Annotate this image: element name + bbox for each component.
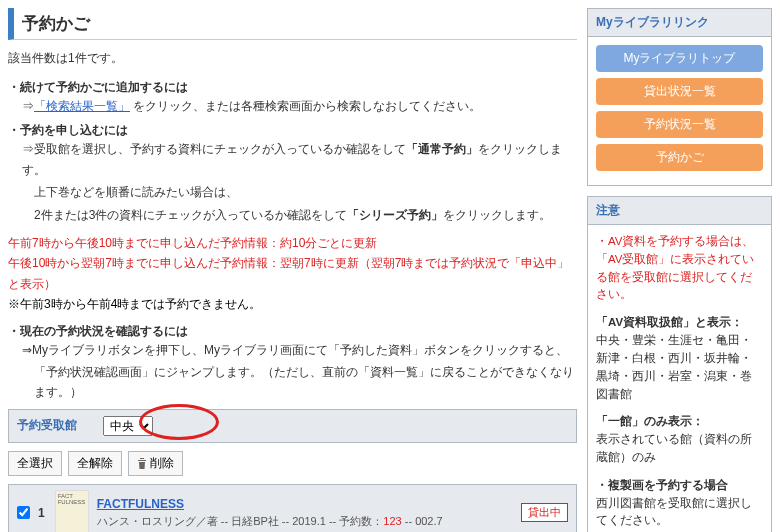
section-head: ・現在の予約状況を確認するには [8,323,577,340]
section-line: 受取館を選択し、予約する資料にチェックが入っているか確認をして「通常予約」をクリ… [8,139,577,180]
trash-icon [137,458,147,469]
text: をクリックします。 [443,208,551,222]
bold-text: 「通常予約」 [406,142,478,156]
mylibrary-links-panel: Myライブラリリンク Myライブラリトップ 貸出状況一覧 予約状況一覧 予約かご [587,8,772,186]
notice-reproduction: ・複製画を予約する場合西川図書館を受取館に選択してください。 [596,477,763,530]
text: -- 002.7 [402,515,443,527]
text: 西川図書館を受取館に選択してください。 [596,497,752,527]
notice-av-libs: 「AV資料取扱館」と表示：中央・豊栄・生涯セ・亀田・新津・白根・西川・坂井輪・黒… [596,314,763,403]
text: ハンス・ロスリング／著 -- 日経BP社 -- 2019.1 -- 予約数： [97,515,384,527]
text: 表示されている館（資料の所蔵館）のみ [596,433,752,463]
loan-status-link[interactable]: 貸出状況一覧 [596,78,763,105]
notice-head: 「AV資料取扱館」と表示： [596,316,743,328]
section-head: ・予約を申し込むには [8,122,577,139]
text: ※午前3時から午前4時までは予約できません。 [8,294,577,314]
mylibrary-top-link[interactable]: Myライブラリトップ [596,45,763,72]
text: Myライブラリボタンを押下し、Myライブラリ画面にて「予約した資料」ボタンをクリ… [32,343,568,357]
panel-title: 注意 [588,197,771,225]
text: をクリック、または各種検索画面から検索しなおしてください。 [130,99,481,113]
pickup-library-row: 予約受取館 中央 [8,409,577,443]
section-head: ・続けて予約かごに追加するには [8,79,577,96]
book-thumbnail: FACT FULNESS [55,490,89,532]
notice-head: ・複製画を予約する場合 [596,479,728,491]
button-label: 削除 [150,455,174,472]
arrow-icon [22,99,34,113]
item-checkbox[interactable] [17,506,30,519]
item-meta: ハンス・ロスリング／著 -- 日経BP社 -- 2019.1 -- 予約数：12… [97,514,443,529]
pickup-library-select[interactable]: 中央 [103,416,153,436]
text: 午前7時から午後10時までに申し込んだ予約情報：約10分ごとに更新 [8,233,577,253]
pickup-label: 予約受取館 [17,417,77,434]
section-check-status: ・現在の予約状況を確認するには Myライブラリボタンを押下し、Myライブラリ画面… [8,323,577,403]
notice-av: ・AV資料を予約する場合は、「AV受取館」に表示されている館を受取館に選択してく… [596,233,763,304]
text: 中央・豊栄・生涯セ・亀田・新津・白根・西川・坂井輪・黒埼・西川・岩室・潟東・巻図… [596,334,752,399]
page-title: 予約かご [8,8,577,40]
section-continue-add: ・続けて予約かごに追加するには 「検索結果一覧」 をクリック、または各種検索画面… [8,79,577,116]
item-header: 1 FACT FULNESS FACTFULNESS ハンス・ロスリング／著 -… [9,485,576,532]
reservation-cart-link[interactable]: 予約かご [596,144,763,171]
item-title-link[interactable]: FACTFULNESS [97,497,443,511]
clear-all-button[interactable]: 全解除 [68,451,122,476]
arrow-icon [22,142,34,156]
reservation-status-link[interactable]: 予約状況一覧 [596,111,763,138]
text: 受取館を選択し、予約する資料にチェックが入っているか確認をして [34,142,406,156]
text: 午後10時から翌朝7時までに申し込んだ予約情報：翌朝7時に更新（翌朝7時までは予… [8,253,577,294]
reservation-item: 1 FACT FULNESS FACTFULNESS ハンス・ロスリング／著 -… [8,484,577,532]
search-results-link[interactable]: 「検索結果一覧」 [34,99,130,113]
notice-head: 「一館」のみ表示： [596,415,704,427]
section-line: 「検索結果一覧」 をクリック、または各種検索画面から検索しなおしてください。 [8,96,577,116]
section-line: 2件または3件の資料にチェックが入っているか確認をして「シリーズ予約」をクリック… [8,205,577,225]
update-schedule-notice: 午前7時から午後10時までに申し込んだ予約情報：約10分ごとに更新 午後10時か… [8,233,577,315]
section-line: 「予約状況確認画面」にジャンプします。（ただし、直前の「資料一覧」に戻ることがで… [8,362,577,403]
reservation-count: 123 [383,515,401,527]
notice-single-lib: 「一館」のみ表示：表示されている館（資料の所蔵館）のみ [596,413,763,466]
section-line: 上下巻などを順番に読みたい場合は、 [8,182,577,202]
section-apply: ・予約を申し込むには 受取館を選択し、予約する資料にチェックが入っているか確認を… [8,122,577,225]
result-count: 該当件数は1件です。 [8,50,577,67]
select-all-button[interactable]: 全選択 [8,451,62,476]
arrow-icon [22,343,32,357]
status-badge: 貸出中 [521,503,568,522]
delete-button[interactable]: 削除 [128,451,183,476]
text: 2件または3件の資料にチェックが入っているか確認をして [34,208,347,222]
notice-panel: 注意 ・AV資料を予約する場合は、「AV受取館」に表示されている館を受取館に選択… [587,196,772,532]
button-row-top: 全選択 全解除 削除 [8,451,577,476]
panel-title: Myライブラリリンク [588,9,771,37]
item-number: 1 [38,506,45,520]
section-line: Myライブラリボタンを押下し、Myライブラリ画面にて「予約した資料」ボタンをクリ… [8,340,577,360]
bold-text: 「シリーズ予約」 [347,208,443,222]
